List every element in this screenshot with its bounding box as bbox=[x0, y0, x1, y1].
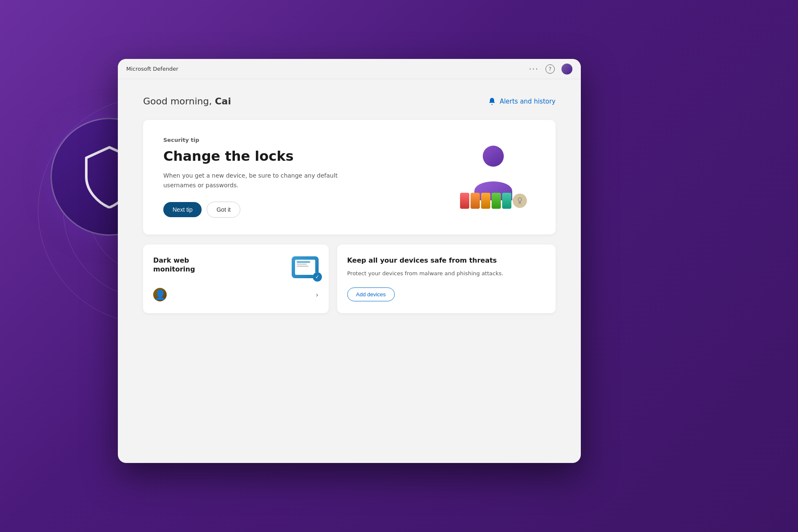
user-avatar-small: 👤 bbox=[153, 288, 167, 301]
dark-web-card[interactable]: Dark web monitoring ✓ bbox=[143, 245, 329, 313]
add-devices-button[interactable]: Add devices bbox=[347, 287, 395, 301]
chevron-right-icon: › bbox=[316, 291, 318, 299]
bell-icon bbox=[488, 97, 496, 106]
got-it-button[interactable]: Got it bbox=[207, 202, 240, 218]
dark-web-footer: 👤 › bbox=[153, 288, 319, 301]
lock-row bbox=[460, 193, 527, 209]
lock-keyhole bbox=[513, 194, 527, 208]
main-content: Good morning, Cai Alerts and history Sec… bbox=[118, 79, 581, 463]
alerts-history-label: Alerts and history bbox=[500, 98, 556, 105]
devices-description: Protect your devices from malware and ph… bbox=[347, 269, 545, 278]
lock-seg-orange2 bbox=[481, 193, 490, 209]
monitor-screen bbox=[295, 260, 315, 275]
alerts-history-button[interactable]: Alerts and history bbox=[488, 97, 556, 106]
lock-seg-orange bbox=[471, 193, 480, 209]
lock-seg-green bbox=[492, 193, 501, 209]
svg-point-2 bbox=[519, 202, 520, 203]
dark-web-icon: ✓ bbox=[292, 256, 319, 278]
person-figure bbox=[460, 146, 527, 209]
monitor-line-3 bbox=[297, 266, 309, 267]
devices-card: Keep all your devices safe from threats … bbox=[337, 245, 556, 313]
card-title: Change the locks bbox=[163, 148, 399, 164]
lock-seg-teal bbox=[502, 193, 511, 209]
devices-title: Keep all your devices safe from threats bbox=[347, 256, 545, 265]
check-badge: ✓ bbox=[313, 272, 321, 281]
header-row: Good morning, Cai Alerts and history bbox=[143, 96, 556, 106]
greeting-prefix: Good morning, bbox=[143, 96, 212, 106]
help-button[interactable]: ? bbox=[545, 64, 555, 74]
lock-seg-red bbox=[460, 193, 469, 209]
dark-web-icon-container: ✓ bbox=[292, 256, 319, 278]
monitor-line-2 bbox=[297, 263, 307, 265]
tablet-screen: Microsoft Defender ··· ? Good morning, C… bbox=[118, 59, 581, 463]
app-title: Microsoft Defender bbox=[126, 66, 178, 72]
title-bar-left: Microsoft Defender bbox=[126, 66, 178, 72]
card-content: Security tip Change the locks When you g… bbox=[163, 137, 399, 218]
tablet-frame: Microsoft Defender ··· ? Good morning, C… bbox=[118, 59, 581, 463]
person-head bbox=[483, 146, 504, 167]
lock-illustration bbox=[451, 144, 535, 211]
card-actions: Next tip Got it bbox=[163, 202, 399, 218]
monitor-line-1 bbox=[297, 261, 310, 263]
title-bar-right: ··· ? bbox=[529, 64, 572, 74]
greeting-name: Cai bbox=[215, 96, 231, 106]
security-tip-label: Security tip bbox=[163, 137, 399, 143]
more-options-icon[interactable]: ··· bbox=[529, 64, 539, 73]
title-bar: Microsoft Defender ··· ? bbox=[118, 59, 581, 79]
monitor-lines bbox=[295, 260, 315, 269]
svg-point-0 bbox=[518, 198, 521, 201]
greeting-text: Good morning, Cai bbox=[143, 96, 231, 106]
next-tip-button[interactable]: Next tip bbox=[163, 202, 202, 217]
dark-web-header: Dark web monitoring ✓ bbox=[153, 256, 319, 278]
user-avatar[interactable] bbox=[561, 64, 572, 74]
card-description: When you get a new device, be sure to ch… bbox=[163, 171, 340, 190]
security-tip-card: Security tip Change the locks When you g… bbox=[143, 120, 556, 234]
dark-web-title: Dark web monitoring bbox=[153, 256, 221, 274]
bottom-cards: Dark web monitoring ✓ bbox=[143, 245, 556, 313]
